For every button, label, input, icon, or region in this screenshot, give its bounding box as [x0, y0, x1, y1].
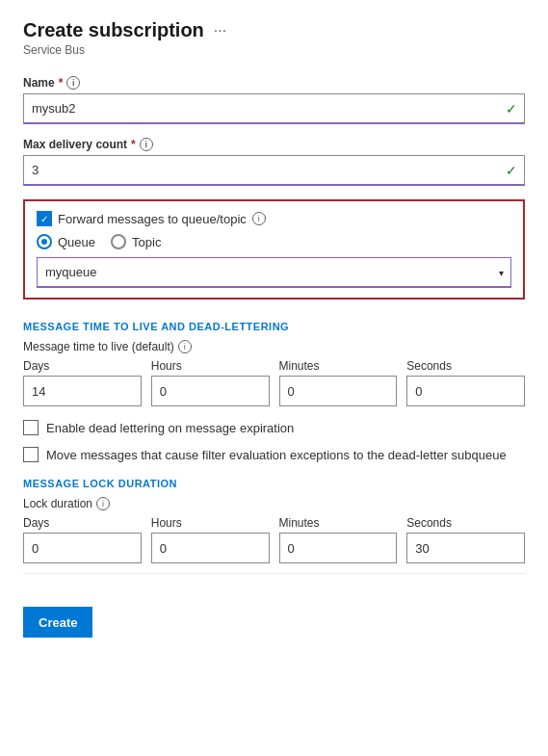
lock-days-label: Days [23, 516, 142, 530]
lock-seconds-field: Seconds [406, 516, 525, 563]
forward-checkbox-row[interactable]: ✓ Forward messages to queue/topic i [37, 211, 511, 226]
lock-time-fields-grid: Days Hours Minutes Seconds [23, 516, 525, 563]
ttl-hours-input[interactable] [151, 376, 270, 406]
forward-checkmark: ✓ [40, 214, 48, 224]
ttl-seconds-label: Seconds [406, 359, 525, 373]
delivery-input-wrapper: ✓ [23, 155, 525, 186]
lock-hours-label: Hours [151, 516, 270, 530]
name-field-group: Name * i ✓ [23, 76, 525, 124]
lock-duration-sub-label: Lock duration i [23, 497, 525, 510]
message-ttl-sub-label: Message time to live (default) i [23, 340, 525, 353]
dead-letter-filter-checkbox[interactable] [23, 447, 39, 462]
forward-checkbox-label: Forward messages to queue/topic [58, 212, 247, 226]
lock-minutes-input[interactable] [279, 533, 398, 563]
lock-days-field: Days [23, 516, 142, 563]
name-input-wrapper: ✓ [23, 93, 525, 124]
ttl-days-input[interactable] [23, 376, 142, 406]
delivery-count-field-group: Max delivery count * i ✓ [23, 138, 525, 186]
queue-radio-option[interactable]: Queue [37, 234, 95, 249]
forward-messages-section: ✓ Forward messages to queue/topic i Queu… [23, 199, 525, 300]
message-ttl-section: MESSAGE TIME TO LIVE AND DEAD-LETTERING … [23, 317, 525, 406]
dead-letter-options: Enable dead lettering on message expirat… [23, 420, 525, 464]
ttl-info-icon[interactable]: i [178, 340, 192, 353]
lock-seconds-input[interactable] [406, 533, 525, 563]
queue-radio-label: Queue [58, 235, 95, 249]
ellipsis-menu-icon[interactable]: ··· [214, 22, 226, 39]
queue-radio-inner [41, 239, 47, 245]
delivery-required-star: * [131, 138, 136, 151]
name-label: Name * i [23, 76, 525, 90]
lock-info-icon[interactable]: i [96, 497, 110, 510]
ttl-time-fields-grid: Days Hours Minutes Seconds [23, 359, 525, 406]
queue-radio-button[interactable] [37, 234, 52, 249]
queue-dropdown[interactable]: myqueue [37, 257, 511, 288]
topic-radio-label: Topic [132, 235, 161, 249]
name-required-star: * [59, 76, 64, 90]
radio-row: Queue Topic [37, 234, 511, 249]
lock-minutes-field: Minutes [279, 516, 398, 563]
ttl-hours-label: Hours [151, 359, 270, 373]
dead-letter-filter-label: Move messages that cause filter evaluati… [46, 447, 507, 464]
name-check-icon: ✓ [506, 101, 517, 117]
ttl-minutes-input[interactable] [279, 376, 398, 406]
page-container: Create subscription ··· Service Bus Name… [0, 0, 548, 666]
forward-info-icon[interactable]: i [252, 212, 266, 225]
delivery-count-input[interactable] [23, 155, 525, 186]
topic-radio-option[interactable]: Topic [111, 234, 161, 249]
forward-checkbox[interactable]: ✓ [37, 211, 52, 226]
name-info-icon[interactable]: i [66, 76, 80, 90]
page-title: Create subscription [23, 19, 204, 41]
lock-hours-field: Hours [151, 516, 270, 563]
ttl-minutes-field: Minutes [279, 359, 398, 406]
dead-letter-expiration-row[interactable]: Enable dead lettering on message expirat… [23, 420, 525, 437]
lock-duration-section: MESSAGE LOCK DURATION Lock duration i Da… [23, 474, 525, 563]
create-button[interactable]: Create [23, 607, 92, 638]
dead-letter-expiration-checkbox[interactable] [23, 420, 39, 435]
ttl-hours-field: Hours [151, 359, 270, 406]
message-ttl-header: MESSAGE TIME TO LIVE AND DEAD-LETTERING [23, 317, 525, 332]
delivery-info-icon[interactable]: i [140, 138, 153, 151]
lock-hours-input[interactable] [151, 533, 270, 563]
lock-minutes-label: Minutes [279, 516, 398, 530]
ttl-seconds-field: Seconds [406, 359, 525, 406]
queue-dropdown-wrapper: myqueue ▾ [37, 257, 511, 288]
lock-days-input[interactable] [23, 533, 142, 563]
ttl-minutes-label: Minutes [279, 359, 398, 373]
page-header: Create subscription ··· [23, 19, 525, 41]
dead-letter-expiration-label: Enable dead lettering on message expirat… [46, 420, 294, 437]
delivery-count-label: Max delivery count * i [23, 138, 525, 151]
topic-radio-button[interactable] [111, 234, 126, 249]
name-input[interactable] [23, 93, 525, 124]
delivery-check-icon: ✓ [506, 163, 517, 178]
ttl-seconds-input[interactable] [406, 376, 525, 406]
lock-duration-header: MESSAGE LOCK DURATION [23, 474, 525, 489]
ttl-days-label: Days [23, 359, 142, 373]
bottom-bar: Create [23, 573, 525, 638]
dead-letter-filter-row[interactable]: Move messages that cause filter evaluati… [23, 447, 525, 464]
lock-seconds-label: Seconds [406, 516, 525, 530]
subtitle: Service Bus [23, 43, 525, 57]
ttl-days-field: Days [23, 359, 142, 406]
